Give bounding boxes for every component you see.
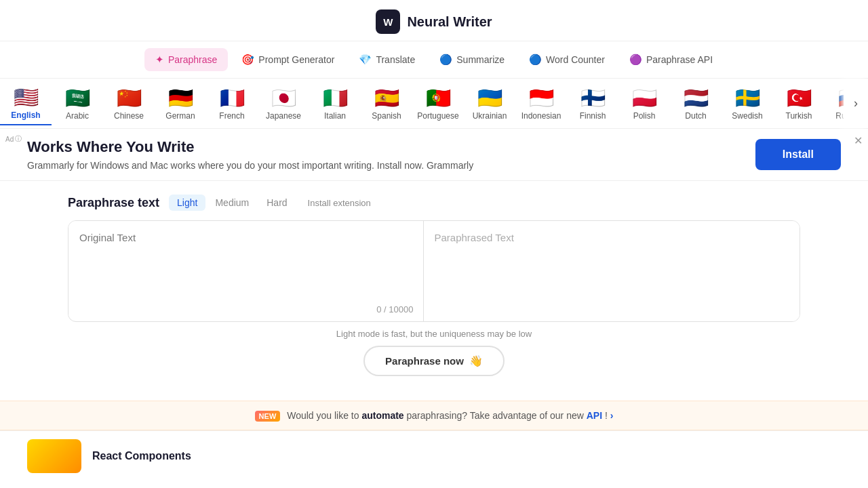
nav-item-prompt-generator[interactable]: 🎯 Prompt Generator xyxy=(231,48,345,71)
main-content: Paraphrase text Light Medium Hard Instal… xyxy=(0,181,868,401)
install-extension-link[interactable]: Install extension xyxy=(308,198,371,208)
ad-banner: Ad ⓘ Works Where You Write Grammarly for… xyxy=(0,129,868,181)
german-label: German xyxy=(165,111,195,121)
paraphrase-button-icon: 👋 xyxy=(469,354,483,367)
english-flag: 🇺🇸 xyxy=(14,85,39,109)
english-label: English xyxy=(11,110,40,120)
paraphrase-nav-label: Paraphrase xyxy=(168,54,217,65)
bottom-ad-text: React Components xyxy=(92,450,191,462)
word-counter-nav-label: Word Counter xyxy=(546,54,605,65)
language-scroll-right-button[interactable]: › xyxy=(844,79,868,128)
swedish-label: Swedish xyxy=(732,111,762,121)
paraphrase-button-wrapper: Paraphrase now 👋 xyxy=(68,346,800,376)
paraphrase-button-label: Paraphrase now xyxy=(385,355,464,367)
nav-item-paraphrase-api[interactable]: 🟣 Paraphrase API xyxy=(618,48,724,71)
ad-install-button[interactable]: Install xyxy=(755,139,841,170)
output-placeholder-text: Paraphrased Text xyxy=(435,232,514,243)
api-promo-api-link[interactable]: API xyxy=(587,410,602,421)
original-text-input[interactable] xyxy=(68,221,423,316)
lang-item-ukrainian[interactable]: 🇺🇦 Ukrainian xyxy=(464,82,515,125)
translate-nav-icon: 💎 xyxy=(359,54,372,66)
nav-item-word-counter[interactable]: 🔵 Word Counter xyxy=(518,48,616,71)
ukrainian-flag: 🇺🇦 xyxy=(477,86,502,110)
lang-item-dutch[interactable]: 🇳🇱 Dutch xyxy=(670,82,722,125)
paraphrase-api-nav-icon: 🟣 xyxy=(629,54,642,66)
russian-flag: 🇷🇺 xyxy=(838,86,844,110)
mode-tab-medium[interactable]: Medium xyxy=(207,195,257,211)
ad-title: Works Where You Write xyxy=(27,138,473,156)
polish-label: Polish xyxy=(633,111,656,121)
italian-flag: 🇮🇹 xyxy=(323,86,348,110)
ad-info-icon: ⓘ xyxy=(15,134,22,144)
french-label: French xyxy=(219,111,244,121)
lang-item-russian[interactable]: 🇷🇺 Russian xyxy=(825,82,844,125)
swedish-flag: 🇸🇪 xyxy=(735,86,760,110)
paraphrase-api-nav-label: Paraphrase API xyxy=(646,54,713,65)
ad-label: Ad ⓘ xyxy=(5,134,22,144)
paraphrase-section-title: Paraphrase text xyxy=(68,196,159,210)
polish-flag: 🇵🇱 xyxy=(632,86,657,110)
finnish-label: Finnish xyxy=(580,111,606,121)
spanish-flag: 🇪🇸 xyxy=(374,86,399,110)
turkish-label: Turkish xyxy=(786,111,812,121)
lang-item-english[interactable]: 🇺🇸 English xyxy=(0,81,52,125)
main-nav: ✦ Paraphrase 🎯 Prompt Generator 💎 Transl… xyxy=(0,41,868,79)
logo[interactable]: W Neural Writer xyxy=(376,9,492,34)
lang-item-german[interactable]: 🇩🇪 German xyxy=(155,82,206,125)
bottom-ad-image xyxy=(27,439,81,473)
lang-item-italian[interactable]: 🇮🇹 Italian xyxy=(309,82,361,125)
paraphrase-now-button[interactable]: Paraphrase now 👋 xyxy=(363,346,505,376)
summarize-nav-label: Summarize xyxy=(456,54,505,65)
ad-close-button[interactable]: ✕ xyxy=(854,134,863,147)
lang-item-portuguese[interactable]: 🇵🇹 Portuguese xyxy=(412,82,464,125)
indonesian-flag: 🇮🇩 xyxy=(529,86,554,110)
spanish-label: Spanish xyxy=(372,111,401,121)
lang-item-french[interactable]: 🇫🇷 French xyxy=(206,82,258,125)
language-bar: 🇺🇸 English 🇸🇦 Arabic 🇨🇳 Chinese 🇩🇪 Germa… xyxy=(0,79,844,128)
lang-item-finnish[interactable]: 🇫🇮 Finnish xyxy=(567,82,618,125)
mode-tab-light[interactable]: Light xyxy=(169,195,205,211)
paraphrase-header: Paraphrase text Light Medium Hard Instal… xyxy=(68,195,800,211)
nav-item-paraphrase[interactable]: ✦ Paraphrase xyxy=(144,48,228,71)
dutch-label: Dutch xyxy=(685,111,706,121)
ad-text: Works Where You Write Grammarly for Wind… xyxy=(27,138,473,171)
lang-item-arabic[interactable]: 🇸🇦 Arabic xyxy=(52,82,103,125)
lang-item-polish[interactable]: 🇵🇱 Polish xyxy=(618,82,670,125)
api-promo-text-middle: paraphrasing? Take advantage of our new xyxy=(407,410,587,421)
api-promo-automate-word: automate xyxy=(361,410,403,421)
api-promo-badge: NEW xyxy=(255,411,281,422)
turkish-flag: 🇹🇷 xyxy=(787,86,812,110)
api-promo-text-before: Would you like to xyxy=(287,410,361,421)
arabic-label: Arabic xyxy=(66,111,89,121)
lang-item-chinese[interactable]: 🇨🇳 Chinese xyxy=(103,82,155,125)
lang-item-turkish[interactable]: 🇹🇷 Turkish xyxy=(773,82,825,125)
ad-description: Grammarly for Windows and Mac works wher… xyxy=(27,160,473,171)
text-input-area: 0 / 10000 xyxy=(68,221,424,321)
bottom-ad: React Components xyxy=(0,430,868,481)
italian-label: Italian xyxy=(324,111,346,121)
logo-text: Neural Writer xyxy=(407,14,492,30)
api-promo-text-after: ! xyxy=(605,410,608,421)
nav-item-summarize[interactable]: 🔵 Summarize xyxy=(429,48,515,71)
portuguese-flag: 🇵🇹 xyxy=(426,86,451,110)
api-promo-bar: NEW Would you like to automate paraphras… xyxy=(0,401,868,430)
summarize-nav-icon: 🔵 xyxy=(439,54,452,66)
text-output-area: Paraphrased Text xyxy=(424,221,800,321)
nav-item-translate[interactable]: 💎 Translate xyxy=(348,48,426,71)
logo-icon: W xyxy=(376,9,400,34)
japanese-label: Japanese xyxy=(266,111,301,121)
lang-item-japanese[interactable]: 🇯🇵 Japanese xyxy=(258,82,309,125)
api-promo-arrow-icon: › xyxy=(610,410,614,421)
lang-item-swedish[interactable]: 🇸🇪 Swedish xyxy=(722,82,773,125)
portuguese-label: Portuguese xyxy=(417,111,458,121)
header: W Neural Writer xyxy=(0,0,868,41)
text-areas-container: 0 / 10000 Paraphrased Text xyxy=(68,220,800,322)
lang-item-indonesian[interactable]: 🇮🇩 Indonesian xyxy=(515,82,567,125)
lang-item-spanish[interactable]: 🇪🇸 Spanish xyxy=(361,82,412,125)
mode-tab-hard[interactable]: Hard xyxy=(258,195,295,211)
char-counter: 0 / 10000 xyxy=(376,304,413,314)
russian-label: Russian xyxy=(835,111,844,121)
arabic-flag: 🇸🇦 xyxy=(65,86,90,110)
japanese-flag: 🇯🇵 xyxy=(271,86,296,110)
translate-nav-label: Translate xyxy=(376,54,415,65)
